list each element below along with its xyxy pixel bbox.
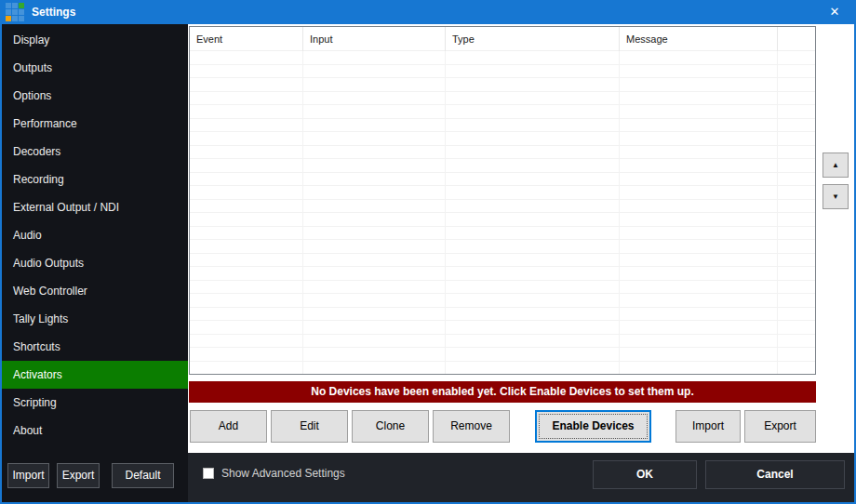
enable-devices-button[interactable]: Enable Devices bbox=[535, 410, 651, 443]
sidebar-item-audio-outputs[interactable]: Audio Outputs bbox=[2, 249, 188, 277]
column-header-input[interactable]: Input bbox=[303, 27, 446, 51]
table-cell bbox=[620, 159, 778, 172]
table-cell bbox=[620, 65, 778, 78]
table-cell bbox=[446, 132, 620, 145]
column-header-event[interactable]: Event bbox=[190, 27, 303, 51]
logo-square-blue bbox=[12, 16, 18, 21]
table-row[interactable] bbox=[190, 321, 815, 335]
activators-export-button[interactable]: Export bbox=[744, 410, 816, 443]
table-row[interactable] bbox=[190, 119, 815, 133]
table-cell bbox=[190, 240, 303, 253]
table-row[interactable] bbox=[190, 362, 815, 375]
move-up-button[interactable]: ▲ bbox=[823, 153, 849, 178]
table-row[interactable] bbox=[190, 92, 815, 106]
clone-button[interactable]: Clone bbox=[352, 410, 429, 443]
table-cell bbox=[190, 213, 303, 226]
cancel-button[interactable]: Cancel bbox=[705, 460, 845, 489]
table-row[interactable] bbox=[190, 348, 815, 362]
table-cell bbox=[303, 119, 446, 132]
table-row[interactable] bbox=[190, 65, 815, 79]
table-cell bbox=[446, 254, 620, 267]
sidebar-item-decoders[interactable]: Decoders bbox=[2, 138, 188, 166]
logo-square-orange bbox=[6, 16, 11, 21]
sidebar-item-shortcuts[interactable]: Shortcuts bbox=[2, 333, 188, 361]
table-cell bbox=[446, 335, 620, 348]
table-cell bbox=[303, 51, 446, 64]
table-cell bbox=[303, 294, 446, 307]
logo-square-blue bbox=[6, 3, 11, 8]
activators-table[interactable]: EventInputTypeMessage bbox=[189, 26, 816, 375]
table-cell bbox=[303, 254, 446, 267]
table-cell bbox=[190, 362, 303, 375]
table-cell bbox=[190, 227, 303, 240]
table-row[interactable] bbox=[190, 254, 815, 268]
sidebar-item-performance[interactable]: Performance bbox=[2, 110, 188, 138]
table-body[interactable] bbox=[190, 51, 815, 374]
table-row[interactable] bbox=[190, 78, 815, 92]
table-cell bbox=[190, 200, 303, 213]
table-cell bbox=[190, 132, 303, 145]
settings-export-button[interactable]: Export bbox=[57, 463, 100, 488]
table-cell bbox=[446, 200, 620, 213]
sidebar-item-outputs[interactable]: Outputs bbox=[2, 54, 188, 82]
table-row[interactable] bbox=[190, 294, 815, 308]
remove-button[interactable]: Remove bbox=[433, 410, 510, 443]
table-cell bbox=[303, 321, 446, 334]
logo-square-blue bbox=[19, 16, 24, 21]
table-cell bbox=[190, 119, 303, 132]
table-row[interactable] bbox=[190, 227, 815, 241]
settings-import-button[interactable]: Import bbox=[7, 463, 49, 488]
table-row[interactable] bbox=[190, 186, 815, 200]
table-cell bbox=[446, 267, 620, 280]
table-cell bbox=[620, 254, 778, 267]
table-row[interactable] bbox=[190, 267, 815, 281]
table-cell bbox=[303, 348, 446, 361]
table-row[interactable] bbox=[190, 200, 815, 214]
table-row[interactable] bbox=[190, 105, 815, 119]
add-button[interactable]: Add bbox=[190, 410, 267, 443]
logo-square-green bbox=[19, 3, 24, 8]
table-cell bbox=[446, 294, 620, 307]
show-advanced-label: Show Advanced Settings bbox=[221, 462, 345, 484]
close-icon[interactable]: ✕ bbox=[815, 0, 854, 24]
column-header-type[interactable]: Type bbox=[446, 27, 620, 51]
activators-import-button[interactable]: Import bbox=[675, 410, 741, 443]
settings-default-button[interactable]: Default bbox=[112, 463, 174, 488]
table-cell bbox=[446, 308, 620, 321]
table-cell bbox=[303, 78, 446, 91]
table-row[interactable] bbox=[190, 173, 815, 187]
table-cell bbox=[190, 294, 303, 307]
table-cell bbox=[620, 294, 778, 307]
sidebar-item-about[interactable]: About bbox=[2, 417, 188, 444]
sidebar-item-activators[interactable]: Activators bbox=[2, 361, 188, 389]
sidebar-item-external-output-ndi[interactable]: External Output / NDI bbox=[2, 193, 188, 221]
table-cell bbox=[620, 92, 778, 105]
table-row[interactable] bbox=[190, 335, 815, 349]
table-cell bbox=[190, 173, 303, 186]
table-cell bbox=[303, 335, 446, 348]
table-row[interactable] bbox=[190, 281, 815, 295]
ok-button[interactable]: OK bbox=[593, 460, 697, 489]
column-header-message[interactable]: Message bbox=[620, 27, 778, 51]
table-row[interactable] bbox=[190, 51, 815, 65]
sidebar-item-display[interactable]: Display bbox=[2, 26, 188, 54]
sidebar-item-recording[interactable]: Recording bbox=[2, 166, 188, 193]
sidebar-item-scripting[interactable]: Scripting bbox=[2, 389, 188, 417]
table-cell bbox=[446, 227, 620, 240]
sidebar-item-options[interactable]: Options bbox=[2, 82, 188, 110]
table-row[interactable] bbox=[190, 308, 815, 322]
table-cell bbox=[190, 92, 303, 105]
table-row[interactable] bbox=[190, 240, 815, 254]
sidebar-item-audio[interactable]: Audio bbox=[2, 221, 188, 249]
table-row[interactable] bbox=[190, 213, 815, 227]
sidebar-item-web-controller[interactable]: Web Controller bbox=[2, 277, 188, 305]
show-advanced-checkbox[interactable] bbox=[203, 468, 214, 479]
sidebar-item-tally-lights[interactable]: Tally Lights bbox=[2, 305, 188, 333]
edit-button[interactable]: Edit bbox=[271, 410, 348, 443]
table-cell bbox=[446, 240, 620, 253]
table-row[interactable] bbox=[190, 146, 815, 160]
move-down-button[interactable]: ▼ bbox=[823, 184, 849, 209]
table-cell bbox=[303, 159, 446, 172]
table-row[interactable] bbox=[190, 159, 815, 173]
table-row[interactable] bbox=[190, 132, 815, 146]
